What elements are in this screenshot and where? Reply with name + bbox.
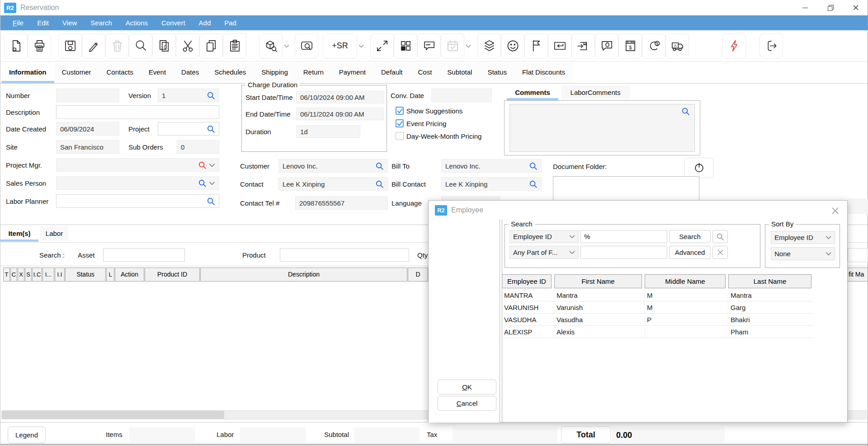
column-header-description[interactable]: Description [200,268,407,282]
bill-to-field[interactable]: Lenovo Inc. [441,159,542,173]
chevron-down-icon[interactable] [209,181,215,185]
toolbar-add-sr-button[interactable]: +SR [323,33,357,58]
number-field[interactable] [56,89,119,102]
table-row[interactable]: VASUDHAVasudhaPBhakri [502,314,814,326]
tab-item-s[interactable]: Item(s) [2,226,37,240]
chevron-down-icon[interactable] [209,163,215,167]
search-icon[interactable] [529,162,538,170]
tab-comments[interactable]: Comments [507,85,558,99]
toolbar-layers-button[interactable] [477,33,501,58]
column-header-t[interactable]: T [3,268,10,282]
scrollbar-thumb[interactable] [2,411,224,419]
table-row[interactable]: ALEXISPAlexisPham [502,326,814,338]
toolbar-print-button[interactable] [28,33,51,58]
menu-item-view[interactable]: View [56,16,84,29]
toolbar-item-search-button[interactable] [259,33,283,58]
tab-status[interactable]: Status [480,63,514,83]
menu-item-convert[interactable]: Convert [155,16,192,29]
toolbar-search-button[interactable] [129,33,152,58]
description-field[interactable] [56,105,219,119]
table-row[interactable]: MANTRAMantraMMantra [502,289,814,301]
toolbar-calendar-button[interactable] [441,33,464,58]
checkbox-show-suggestions[interactable] [396,107,404,115]
dropdown-chevron-icon[interactable] [464,33,472,58]
menu-item-edit[interactable]: Edit [30,16,56,29]
column-header-i[interactable]: I... [42,268,54,282]
labor-planner-field[interactable] [56,194,219,208]
toolbar-cut-button[interactable] [176,33,199,58]
close-button[interactable]: × [843,0,868,15]
project-mgr-field[interactable] [56,158,219,172]
tab-event[interactable]: Event [141,63,174,83]
toolbar-delete-button[interactable] [105,33,129,58]
dropdown-chevron-icon[interactable] [283,33,290,58]
legend-button[interactable]: Legend [8,427,46,443]
toolbar-layout-grid-button[interactable] [394,33,417,58]
checkbox-day-week-month-pricing[interactable] [396,132,404,140]
employee-column-header-middle-name[interactable]: Middle Name [645,274,726,288]
project-field[interactable] [158,122,219,136]
sort-primary-select[interactable]: Employee ID [771,231,835,244]
toolbar-expand-button[interactable] [370,33,394,58]
menu-item-add[interactable]: Add [192,16,218,29]
toolbar-exit-button[interactable] [760,33,783,58]
search-icon[interactable] [198,179,207,188]
contact-field[interactable]: Lee K Xinping [278,177,388,191]
asset-input[interactable] [103,248,185,262]
column-header-action[interactable]: Action [115,268,144,282]
date-created-field[interactable]: 06/09/2024 [56,122,119,136]
menu-item-pad[interactable]: Pad [217,16,243,29]
menu-item-file[interactable]: File [6,16,30,29]
tab-schedules[interactable]: Schedules [207,63,254,83]
search-icon[interactable] [375,162,384,170]
column-header-s[interactable]: S [25,268,32,282]
dialog-close-button[interactable] [828,205,842,216]
search-field-select[interactable]: Employee ID [509,230,579,243]
toolbar-zoom-search-button[interactable] [295,33,318,58]
toolbar-quote-button[interactable] [595,33,618,58]
contact-tel-field[interactable]: 209876555567 [295,196,388,210]
search-icon[interactable] [207,197,215,206]
customer-field[interactable]: Lenovo Inc. [278,159,388,173]
search-icon[interactable] [681,107,690,117]
comments-box[interactable] [509,104,695,152]
toolbar-quick-action-button[interactable] [722,33,746,58]
clear-search-button[interactable] [712,246,728,259]
toolbar-save-button[interactable] [58,33,82,58]
cancel-button[interactable]: Cancel [438,396,496,411]
tab-flat-discounts[interactable]: Flat Discounts [514,63,573,83]
restore-button[interactable] [818,0,843,15]
tab-laborcomments[interactable]: LaborComments [561,85,630,99]
search-button[interactable]: Search [669,230,711,243]
end-datetime-field[interactable]: 06/11/2024 09:00 AM [296,108,384,120]
employee-column-header-employee-id[interactable]: Employee ID [502,274,552,288]
document-folder-box[interactable] [553,176,699,201]
tab-return[interactable]: Return [296,63,331,83]
sort-secondary-select[interactable]: None [771,247,835,260]
search-icon[interactable] [207,125,215,133]
table-row[interactable]: VARUNISHVarunishMGarg [502,301,814,314]
search-icon[interactable] [375,180,384,188]
document-folder-button[interactable] [684,158,713,178]
column-header-c[interactable]: C [10,268,17,282]
tab-cost[interactable]: Cost [410,63,440,83]
minimize-button[interactable] [793,0,818,15]
tab-shipping[interactable]: Shipping [254,63,295,83]
toolbar-flag-button[interactable] [524,33,548,58]
duration-field[interactable]: 1d [296,125,360,138]
search-icon[interactable] [529,180,538,188]
toolbar-new-document-button[interactable] [4,33,28,58]
tab-information[interactable]: Information [1,63,54,83]
toolbar-copy-button[interactable] [199,33,223,58]
menu-item-search[interactable]: Search [84,16,119,29]
ok-button[interactable]: OK [438,380,496,394]
tab-contacts[interactable]: Contacts [99,63,141,83]
search-icon-button[interactable] [712,230,728,243]
checkbox-event-pricing[interactable] [396,119,404,127]
search-value-input[interactable] [580,246,667,259]
toolbar-delivery-truck-button[interactable]: A [665,33,689,58]
toolbar-time-billing-button[interactable]: $ [642,33,665,58]
column-header-status[interactable]: Status [65,268,106,282]
tab-labor[interactable]: Labor [40,226,68,240]
toolbar-invoice-button[interactable]: $ [618,33,642,58]
